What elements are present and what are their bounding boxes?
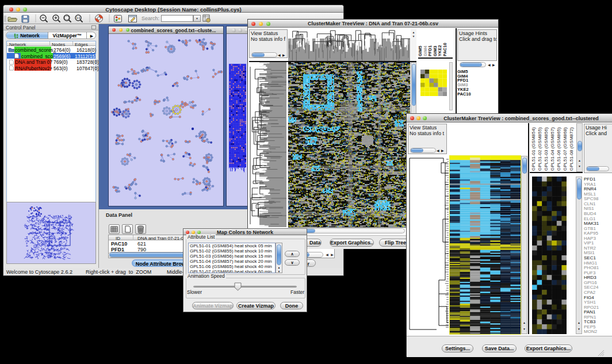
svg-text:1:1: 1:1: [76, 16, 80, 20]
